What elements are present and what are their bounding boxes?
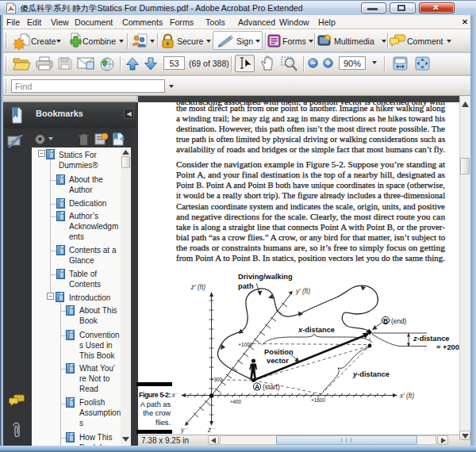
svg-text:x⁻: x⁻: [171, 391, 178, 399]
svg-text:z⁻: z⁻: [207, 426, 215, 434]
svg-text:x′ (ft): x′ (ft): [399, 392, 414, 400]
svg-text:+300: +300: [211, 377, 223, 382]
svg-text:z′ (ft): z′ (ft): [190, 283, 205, 291]
svg-text:z-distance: z-distance: [413, 335, 449, 343]
svg-text:y-distance: y-distance: [352, 370, 390, 378]
svg-text:+1600: +1600: [311, 397, 325, 403]
svg-text:(start): (start): [263, 383, 280, 391]
svg-text:Position: Position: [264, 348, 294, 356]
svg-text:= +200: = +200: [436, 343, 459, 351]
svg-text:y⁻: y⁻: [180, 426, 188, 434]
svg-text:+1000: +1000: [238, 342, 252, 347]
svg-text:vector: vector: [267, 357, 289, 365]
svg-text:(end): (end): [391, 317, 407, 325]
svg-text:path: path: [238, 282, 254, 290]
svg-text:Driving/walking: Driving/walking: [238, 273, 293, 281]
svg-text:B: B: [383, 317, 388, 325]
svg-text:x-distance: x-distance: [298, 326, 335, 334]
svg-text:y′ (ft): y′ (ft): [295, 287, 310, 295]
svg-text:A: A: [255, 383, 259, 391]
svg-text:+400: +400: [230, 399, 242, 404]
